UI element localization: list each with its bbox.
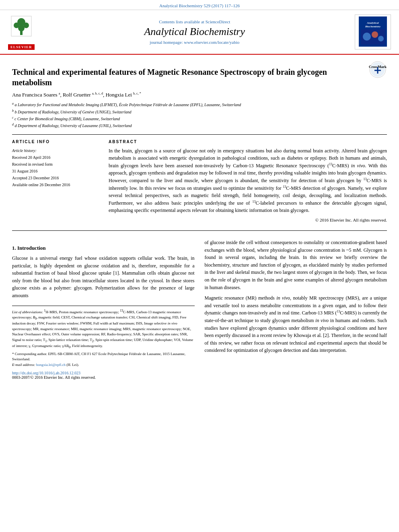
svg-text:Biochemistry: Biochemistry — [365, 25, 381, 28]
body-two-col: 1. Introduction Glucose is a universal e… — [12, 239, 387, 380]
crossmark-icon: CrossMark — [369, 61, 387, 80]
contents-line: Contents lists available at ScienceDirec… — [35, 19, 355, 24]
issn-line: 0003-2697/© 2016 Elsevier Inc. All right… — [12, 375, 195, 380]
svg-point-5 — [18, 25, 25, 31]
journal-citation: Analytical Biochemistry 529 (2017) 117–1… — [0, 0, 399, 10]
svg-point-12 — [378, 36, 384, 41]
footnote-area: List of abbreviations: 1H-MRS, Proton ma… — [12, 306, 195, 368]
article-info-abstract: Article info Article history: Received 2… — [12, 140, 387, 222]
doi-line[interactable]: http://dx.doi.org/10.1016/j.ab.2016.12.0… — [12, 371, 195, 375]
divider-1 — [12, 134, 387, 135]
abstract-label: Abstract — [109, 140, 387, 144]
abstract-panel: Abstract In the brain, glycogen is a sou… — [109, 140, 387, 222]
article-info-label: Article info — [12, 140, 101, 144]
intro-para1: Glucose is a universal energy fuel whose… — [12, 255, 195, 300]
elsevier-tree-icon — [9, 14, 33, 42]
affiliations: a a Laboratory for Functional and Metabo… — [12, 101, 387, 129]
journal-cover-image: Analytical Biochemistry — [359, 16, 387, 47]
journal-logo-right: Analytical Biochemistry — [355, 14, 391, 49]
abstract-text: In the brain, glycogen is a source of gl… — [109, 147, 387, 214]
elsevier-label: ELSEVIER — [8, 44, 35, 50]
journal-header-center: Contents lists available at ScienceDirec… — [35, 19, 355, 45]
journal-title: Analytical Biochemistry — [35, 26, 355, 38]
intro-para2: of glucose inside the cell without conse… — [205, 239, 387, 354]
authors: Ana Francisca Soares a, Rolf Gruetter a,… — [12, 92, 387, 98]
body-left-col: 1. Introduction Glucose is a universal e… — [12, 239, 195, 380]
journal-header: ELSEVIER Contents lists available at Sci… — [0, 10, 399, 55]
divider-2 — [12, 230, 387, 231]
intro-section-title: 1. Introduction — [12, 245, 195, 251]
svg-point-10 — [363, 33, 371, 41]
citation-text: Analytical Biochemistry 529 (2017) 117–1… — [159, 3, 240, 8]
svg-text:Analytical: Analytical — [366, 21, 379, 25]
article-title: Technical and experimental features of M… — [12, 67, 365, 88]
body-content: 1. Introduction Glucose is a universal e… — [12, 239, 387, 380]
main-content: Technical and experimental features of M… — [0, 55, 399, 386]
body-right-col: of glucose inside the cell without conse… — [205, 239, 387, 380]
article-info-panel: Article info Article history: Received 2… — [12, 140, 101, 222]
elsevier-logo: ELSEVIER — [8, 14, 35, 50]
svg-point-11 — [372, 31, 378, 38]
journal-homepage: journal homepage: www.elsevier.com/locat… — [35, 40, 355, 45]
article-history: Article history: Received 20 April 2016 … — [12, 147, 101, 188]
copyright: © 2016 Elsevier Inc. All rights reserved… — [109, 218, 387, 222]
